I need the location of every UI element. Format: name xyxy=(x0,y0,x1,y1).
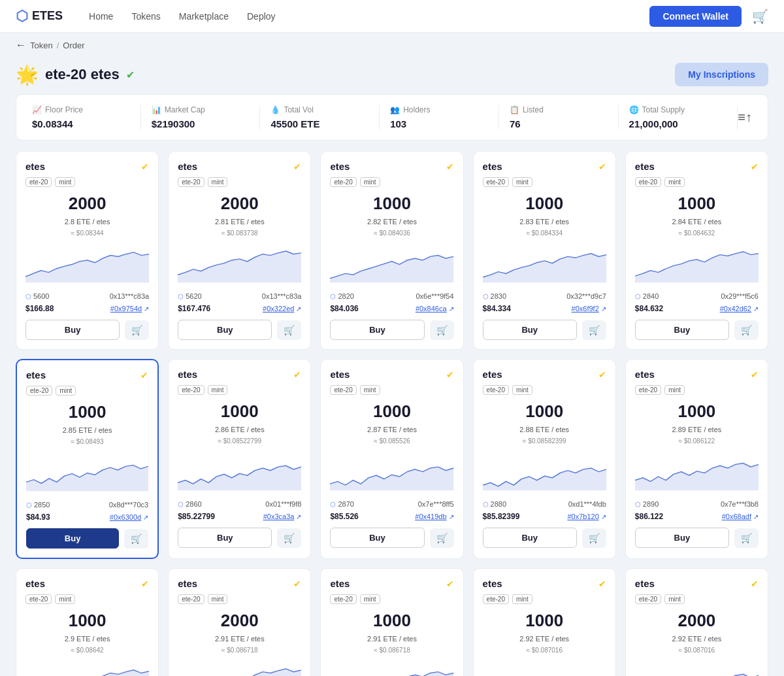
buy-button[interactable]: Buy xyxy=(635,528,729,548)
eth-icon: ⬡ xyxy=(483,501,489,508)
breadcrumb-order[interactable]: Order xyxy=(63,41,84,50)
card-usd: ≈ $0.086718 xyxy=(178,647,301,654)
card-link[interactable]: #0x68adf xyxy=(722,513,751,520)
card-link[interactable]: #0x7b120 xyxy=(567,513,598,520)
card-tag: ete-20 xyxy=(25,177,52,187)
nav-deploy[interactable]: Deploy xyxy=(247,11,276,22)
buy-button[interactable]: Buy xyxy=(25,320,120,340)
stat-listed-label: 📋 Listed xyxy=(510,105,608,114)
card-link[interactable]: #0x3ca3a xyxy=(263,513,295,520)
nav-marketplace[interactable]: Marketplace xyxy=(179,11,229,22)
card-link[interactable]: #0x419db xyxy=(415,513,446,520)
card-addr: 0x01***f9f8 xyxy=(265,500,301,508)
buy-button[interactable]: Buy xyxy=(330,528,424,548)
stat-floor-price-value: $0.08344 xyxy=(32,118,130,129)
card-link[interactable]: #0x9754d xyxy=(110,305,142,313)
cart-icon[interactable]: 🛒 xyxy=(752,8,768,24)
card-addr: 0x29***f5c6 xyxy=(721,292,759,300)
connect-wallet-button[interactable]: Connect Wallet xyxy=(649,6,742,27)
card-tag: mint xyxy=(208,385,228,395)
card-link-wrap: #0x42d62 ↗ xyxy=(720,305,759,313)
back-arrow[interactable]: ← xyxy=(16,39,26,51)
card-price: $85.22799 xyxy=(178,512,215,521)
card-usd: ≈ $0.086122 xyxy=(635,437,759,445)
card-tag: ete-20 xyxy=(25,594,52,604)
filter-icon[interactable]: ≡↑ xyxy=(738,110,752,125)
card-tags: ete-20mint xyxy=(635,177,759,187)
card-verified-icon: ✔ xyxy=(141,161,149,172)
card-usd: ≈ $0.08344 xyxy=(25,229,149,237)
eth-icon: ⬡ xyxy=(26,501,32,509)
card-link-wrap: #0x3ca3a ↗ xyxy=(263,513,302,520)
total-vol-icon: 💧 xyxy=(270,105,280,114)
logo[interactable]: ⬡ ETES xyxy=(16,8,63,25)
card-usd: ≈ $0.087016 xyxy=(483,647,606,654)
add-to-cart-button[interactable]: 🛒 xyxy=(277,528,301,548)
stat-total-supply-label: 🌐 Total Supply xyxy=(629,105,727,114)
breadcrumb: ← Token / Order xyxy=(0,33,784,58)
token-title: 🌟 ete-20 etes ✔ xyxy=(16,64,135,86)
card-link[interactable]: #0x846ca xyxy=(416,305,447,313)
nav-home[interactable]: Home xyxy=(89,11,113,22)
card-top: etes ✔ xyxy=(483,161,606,172)
card-item: etes ✔ ete-20mint 1000 2.83 ETE / etes ≈… xyxy=(473,151,616,350)
card-link-wrap: #0x6f9f2 ↗ xyxy=(572,305,606,313)
card-price: $84.036 xyxy=(330,304,358,313)
holders-icon: 👥 xyxy=(390,105,400,114)
add-to-cart-button[interactable]: 🛒 xyxy=(277,320,301,340)
card-link[interactable]: #0x6300d xyxy=(110,513,141,521)
add-to-cart-button[interactable]: 🛒 xyxy=(430,528,454,548)
card-link[interactable]: #0x6f9f2 xyxy=(572,305,599,313)
card-top: etes ✔ xyxy=(330,578,453,589)
add-to-cart-button[interactable]: 🛒 xyxy=(430,320,454,340)
buy-button[interactable]: Buy xyxy=(483,320,577,340)
card-item: etes ✔ ete-20mint 1000 2.92 ETE / etes ≈… xyxy=(473,568,616,676)
card-item: etes ✔ ete-20mint 2000 2.8 ETE / etes ≈ … xyxy=(16,151,159,350)
add-to-cart-button[interactable]: 🛒 xyxy=(582,320,606,340)
card-link[interactable]: #0x42d62 xyxy=(720,305,751,313)
card-chart xyxy=(635,243,759,286)
card-actions: Buy 🛒 xyxy=(483,528,606,548)
card-verified-icon: ✔ xyxy=(598,369,606,380)
card-block: 2860 xyxy=(186,500,201,508)
card-tags: ete-20mint xyxy=(178,177,301,187)
card-chart xyxy=(483,660,606,676)
buy-button[interactable]: Buy xyxy=(483,528,577,548)
card-verified-icon: ✔ xyxy=(751,579,759,589)
card-chart xyxy=(178,660,301,676)
external-link-icon: ↗ xyxy=(449,305,454,313)
buy-button[interactable]: Buy xyxy=(178,320,272,340)
add-to-cart-button[interactable]: 🛒 xyxy=(582,528,606,548)
card-verified-icon: ✔ xyxy=(446,369,454,380)
card-usd: ≈ $0.087016 xyxy=(635,647,759,654)
card-link[interactable]: #0x322ed xyxy=(263,305,294,313)
buy-button[interactable]: Buy xyxy=(26,528,119,549)
buy-button[interactable]: Buy xyxy=(635,320,729,340)
nav-tokens[interactable]: Tokens xyxy=(131,11,160,22)
floor-price-icon: 📈 xyxy=(32,105,42,114)
card-rate: 2.81 ETE / etes xyxy=(178,218,301,226)
card-item: etes ✔ ete-20mint 1000 2.86 ETE / etes ≈… xyxy=(168,359,311,559)
card-price-row: $84.036 #0x846ca ↗ xyxy=(330,304,453,313)
breadcrumb-sep: / xyxy=(57,41,59,50)
card-top: etes ✔ xyxy=(178,578,301,589)
my-inscriptions-button[interactable]: My Inscriptions xyxy=(675,63,768,86)
add-to-cart-button[interactable]: 🛒 xyxy=(125,320,149,340)
card-actions: Buy 🛒 xyxy=(635,528,759,548)
stat-market-cap-value: $2190300 xyxy=(152,118,250,129)
breadcrumb-token[interactable]: Token xyxy=(30,41,53,50)
add-to-cart-button[interactable]: 🛒 xyxy=(734,528,759,548)
add-to-cart-button[interactable]: 🛒 xyxy=(124,529,148,549)
add-to-cart-button[interactable]: 🛒 xyxy=(734,320,759,340)
buy-button[interactable]: Buy xyxy=(178,528,272,548)
buy-button[interactable]: Buy xyxy=(330,320,424,340)
card-price: $85.82399 xyxy=(483,512,520,521)
card-top: etes ✔ xyxy=(25,161,149,172)
stats-bar: 📈 Floor Price $0.08344 📊 Market Cap $219… xyxy=(16,94,768,141)
card-title: etes xyxy=(483,161,502,172)
stat-listed: 📋 Listed 76 xyxy=(499,105,619,129)
card-actions: Buy 🛒 xyxy=(330,528,453,548)
card-rate: 2.91 ETE / etes xyxy=(330,635,453,643)
card-tag: mint xyxy=(55,177,75,187)
card-item: etes ✔ ete-20mint 1000 2.89 ETE / etes ≈… xyxy=(625,359,768,559)
